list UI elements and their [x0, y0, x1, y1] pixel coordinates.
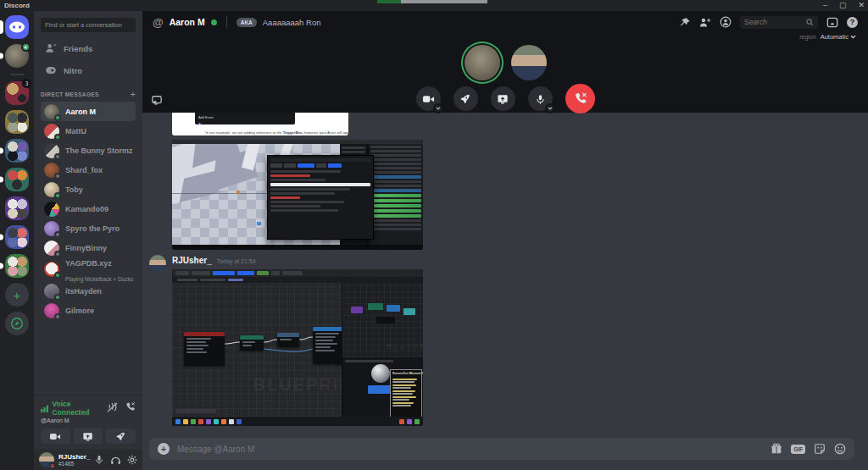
dm-item-yagpdb[interactable]: YAGPDB.xyz Playing Nickelback > Ducks [41, 257, 136, 281]
status-badge [54, 251, 61, 257]
blueprint-node-overlap [184, 332, 225, 366]
rail-separator [10, 74, 24, 75]
message-input[interactable] [177, 445, 763, 454]
region-selector[interactable]: Automatic [821, 33, 856, 41]
dm-item-gilmore[interactable]: Gilmore [41, 301, 136, 320]
pillar-geometry [242, 144, 260, 170]
dm-name: Toby [65, 185, 83, 194]
channel-header: @ Aaron M AKA Aaaaaaaah Ron [142, 11, 868, 33]
server-steel[interactable] [5, 139, 29, 163]
nickname: Aaaaaaaah Ron [263, 18, 321, 27]
screen-share-button[interactable] [491, 86, 515, 111]
create-dm-button[interactable]: + [131, 90, 136, 99]
server-green[interactable] [5, 254, 29, 278]
maximize-button[interactable]: ▢ [839, 0, 847, 11]
content-browser-panel: RequeenTest (Blueprint Class) [342, 357, 423, 417]
unread-pill [0, 263, 3, 269]
title-bar: Discord – ▢ ✕ [0, 0, 868, 11]
sidebar-item-friends[interactable]: Friends [41, 38, 136, 58]
deafen-button[interactable] [110, 455, 121, 465]
server-olive[interactable] [5, 110, 29, 134]
camera-button[interactable] [416, 86, 441, 111]
user-tag: #1465 [58, 461, 90, 467]
attachment-blueprint-screenshot[interactable]: BLUEPRINT BLUEPRI [172, 269, 423, 426]
screen-share-button[interactable] [74, 429, 103, 444]
search-input[interactable] [744, 18, 806, 26]
nitro-label: Nitro [64, 66, 82, 75]
sidebar-item-nitro[interactable]: Nitro [41, 60, 136, 80]
blueprint-watermark: BLUEPRINT [253, 375, 342, 395]
mute-button[interactable] [94, 454, 104, 465]
user-avatar[interactable] [39, 452, 54, 467]
server-crimson[interactable]: 3 [5, 81, 29, 105]
pin-icon[interactable] [680, 17, 691, 28]
activities-button[interactable] [106, 429, 136, 444]
attach-plus-icon[interactable]: + [158, 443, 170, 455]
doc-code-block: Add Component Add Event AI [195, 113, 295, 124]
inbox-icon[interactable] [826, 17, 838, 28]
dm-name: Kamando09 [65, 205, 108, 213]
server-indigo[interactable] [5, 225, 29, 249]
explore-servers-button[interactable] [5, 312, 29, 335]
microphone-button[interactable] [528, 86, 553, 111]
unread-pill [0, 53, 3, 59]
minimize-button[interactable]: – [823, 0, 827, 11]
plus-icon: + [14, 289, 21, 301]
emoji-icon[interactable] [834, 443, 846, 455]
message-author-avatar[interactable] [149, 255, 166, 272]
close-button[interactable]: ✕ [858, 0, 865, 11]
dnd-status-badge [49, 462, 56, 469]
dm-title: Aaron M [170, 17, 205, 27]
settings-gear-button[interactable] [127, 455, 137, 465]
unread-pill [0, 177, 3, 183]
dm-item-kamando09[interactable]: Kamando09 [41, 199, 136, 218]
dm-sidebar: Find or start a conversation Friends Nit… [34, 11, 142, 470]
add-friend-icon[interactable] [699, 17, 711, 28]
dm-name: Gilmore [65, 307, 94, 315]
server-teal[interactable] [5, 168, 29, 191]
friends-icon [45, 42, 57, 54]
voice-status-label: Voice Connected [52, 400, 107, 417]
server-purple[interactable] [5, 196, 29, 220]
dm-item-the-bunny-stormz[interactable]: The Bunny Stormz [41, 141, 136, 160]
attachment-doc-screenshot[interactable]: Add Component Add Event AI In our exampl… [172, 113, 348, 135]
region-row: region Automatic [142, 33, 868, 41]
search-box[interactable] [740, 16, 818, 29]
dm-item-spyro-the-pyro[interactable]: Spyro the Pyro [41, 218, 136, 238]
activities-button[interactable] [453, 86, 478, 111]
sticker-icon[interactable] [814, 443, 826, 455]
dm-server-aaron[interactable] [5, 44, 29, 68]
server-rail: 3 + [0, 11, 34, 470]
hang-up-button[interactable] [565, 84, 595, 113]
message-author[interactable]: RJUsher_ [172, 256, 212, 265]
gift-icon[interactable] [771, 443, 782, 455]
attachment-editor-screenshot[interactable] [172, 140, 423, 250]
signal-icon [41, 405, 48, 412]
avatar [44, 124, 59, 139]
home-button[interactable] [5, 15, 29, 39]
blueprint-node-setlocation [313, 327, 342, 364]
aka-badge: AKA [236, 18, 257, 27]
dm-item-mattu[interactable]: MattU [41, 121, 136, 141]
add-server-button[interactable]: + [5, 283, 29, 307]
disconnect-call-icon[interactable] [125, 401, 136, 412]
participant-avatar-aaron[interactable] [465, 45, 500, 80]
gizmo-marker [257, 222, 261, 225]
dm-item-toby[interactable]: Toby [41, 180, 136, 199]
status-badge [54, 231, 61, 238]
camera-button[interactable] [41, 429, 70, 444]
popout-icon[interactable] [151, 95, 163, 106]
user-bar: RJUsher_ #1465 [34, 449, 142, 470]
noise-suppression-icon[interactable] [107, 402, 118, 412]
recording-strip-gray [401, 0, 487, 3]
dm-item-aaron-m[interactable]: Aaron M [41, 102, 136, 121]
user-profile-icon[interactable] [720, 16, 732, 28]
dm-item-shard-fox[interactable]: Shard_fox [41, 160, 136, 180]
gif-picker-button[interactable]: GIF [791, 445, 805, 454]
conversation-search[interactable]: Find or start a conversation [41, 18, 136, 32]
help-icon[interactable]: ? [847, 17, 858, 28]
asset-thumbnail [371, 364, 390, 383]
nitro-icon [45, 64, 57, 76]
participant-avatar-rjusher[interactable] [511, 45, 547, 80]
mention-badge: 3 [22, 79, 31, 88]
